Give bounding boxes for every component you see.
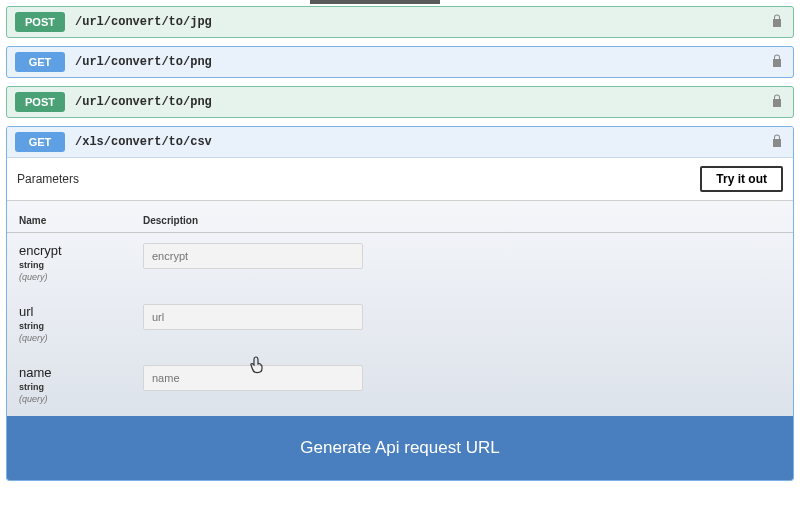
endpoint-row-post-url-jpg[interactable]: POST /url/convert/to/jpg [6, 6, 794, 38]
lock-icon[interactable] [771, 54, 783, 70]
parameters-table: Name Description encrypt string (query) … [7, 201, 793, 480]
param-in: (query) [19, 333, 143, 343]
method-badge-post: POST [15, 92, 65, 112]
endpoint-row-get-url-png[interactable]: GET /url/convert/to/png [6, 46, 794, 78]
endpoint-path: /url/convert/to/png [75, 55, 771, 69]
endpoint-path: /url/convert/to/png [75, 95, 771, 109]
lock-icon[interactable] [771, 134, 783, 150]
param-row-name: name string (query) [7, 355, 793, 416]
param-in: (query) [19, 272, 143, 282]
param-in: (query) [19, 394, 143, 404]
param-name: name [19, 365, 143, 380]
param-input-name[interactable] [143, 365, 363, 391]
lock-icon[interactable] [771, 94, 783, 110]
method-badge-get: GET [15, 132, 65, 152]
generate-api-url-button[interactable]: Generate Api request URL [7, 416, 793, 480]
param-row-encrypt: encrypt string (query) [7, 233, 793, 294]
param-input-encrypt[interactable] [143, 243, 363, 269]
parameters-header: Parameters Try it out [7, 158, 793, 201]
param-columns: Name Description [7, 201, 793, 233]
endpoint-expanded-xls-csv: GET /xls/convert/to/csv Parameters Try i… [6, 126, 794, 481]
param-name: url [19, 304, 143, 319]
param-type: string [19, 382, 143, 392]
param-input-url[interactable] [143, 304, 363, 330]
endpoint-row-get-xls-csv[interactable]: GET /xls/convert/to/csv [7, 127, 793, 158]
param-row-url: url string (query) [7, 294, 793, 355]
method-badge-get: GET [15, 52, 65, 72]
param-type: string [19, 321, 143, 331]
lock-icon[interactable] [771, 14, 783, 30]
browser-notch [310, 0, 440, 4]
endpoint-path: /url/convert/to/jpg [75, 15, 771, 29]
try-it-out-button[interactable]: Try it out [700, 166, 783, 192]
parameters-label: Parameters [17, 172, 79, 186]
param-type: string [19, 260, 143, 270]
endpoint-path: /xls/convert/to/csv [75, 135, 771, 149]
method-badge-post: POST [15, 12, 65, 32]
param-name: encrypt [19, 243, 143, 258]
endpoint-row-post-url-png[interactable]: POST /url/convert/to/png [6, 86, 794, 118]
col-header-name: Name [19, 215, 143, 226]
col-header-description: Description [143, 215, 781, 226]
